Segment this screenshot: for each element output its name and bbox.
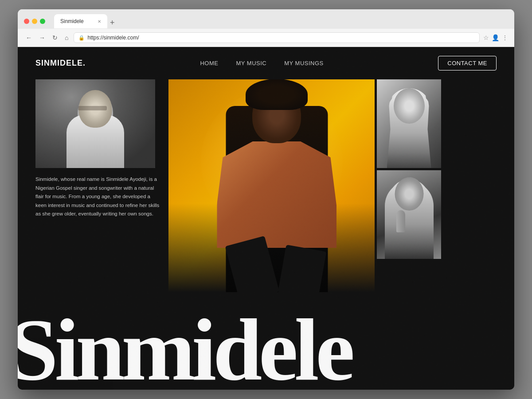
browser-window: Sinmidele ✕ + ← → ↻ ⌂ 🔒 https://sinmidel…	[18, 9, 514, 390]
big-name-text: Sinmidele	[18, 305, 352, 390]
back-button[interactable]: ←	[24, 33, 34, 42]
more-options-icon[interactable]: ⋮	[502, 34, 508, 41]
new-tab-button[interactable]: +	[108, 18, 117, 27]
left-column: Sinmidele, whose real name is Sinmidele …	[35, 79, 168, 219]
right-photo-1	[377, 79, 441, 168]
nav-home[interactable]: HOME	[200, 60, 218, 66]
portrait-bg	[35, 79, 155, 168]
big-name-section: Sinmidele	[18, 292, 514, 390]
active-tab[interactable]: Sinmidele ✕	[54, 14, 107, 28]
main-nav: SINMIDELE. HOME MY MUSIC MY MUSINGS CONT…	[18, 47, 514, 79]
refresh-button[interactable]: ↻	[51, 33, 59, 42]
profile-icon[interactable]: 👤	[492, 34, 499, 41]
maximize-button[interactable]	[40, 19, 45, 24]
browser-toolbar: ← → ↻ ⌂ 🔒 https://sinmidele.com/ ☆ 👤 ⋮	[18, 29, 514, 47]
portrait-photo	[35, 79, 155, 168]
nav-my-music[interactable]: MY MUSIC	[236, 60, 266, 66]
nav-links: HOME MY MUSIC MY MUSINGS	[200, 60, 323, 66]
forward-button[interactable]: →	[37, 33, 47, 42]
tab-bar: Sinmidele ✕ +	[54, 14, 117, 28]
close-button[interactable]	[24, 19, 29, 24]
traffic-lights	[24, 19, 45, 24]
address-bar[interactable]: 🔒 https://sinmidele.com/	[74, 32, 480, 43]
site-logo[interactable]: SINMIDELE.	[35, 59, 86, 68]
contact-button[interactable]: CONTACT ME	[438, 56, 497, 70]
bookmark-icon[interactable]: ☆	[483, 34, 489, 41]
minimize-button[interactable]	[32, 19, 37, 24]
website-content: SINMIDELE. HOME MY MUSIC MY MUSINGS CONT…	[18, 47, 514, 390]
lock-icon: 🔒	[78, 35, 85, 41]
main-photo-container	[168, 79, 375, 292]
title-bar: Sinmidele ✕ +	[18, 9, 514, 29]
tab-title: Sinmidele	[60, 18, 84, 24]
nav-my-musings[interactable]: MY MUSINGS	[284, 60, 324, 66]
right-photos	[377, 79, 441, 259]
home-button[interactable]: ⌂	[63, 33, 70, 42]
url-text: https://sinmidele.com/	[87, 35, 139, 41]
bio-text: Sinmidele, whose real name is Sinmidele …	[35, 175, 160, 219]
toolbar-actions: ☆ 👤 ⋮	[483, 34, 508, 41]
right-photo-2	[377, 170, 441, 259]
tab-close-icon[interactable]: ✕	[98, 19, 101, 24]
